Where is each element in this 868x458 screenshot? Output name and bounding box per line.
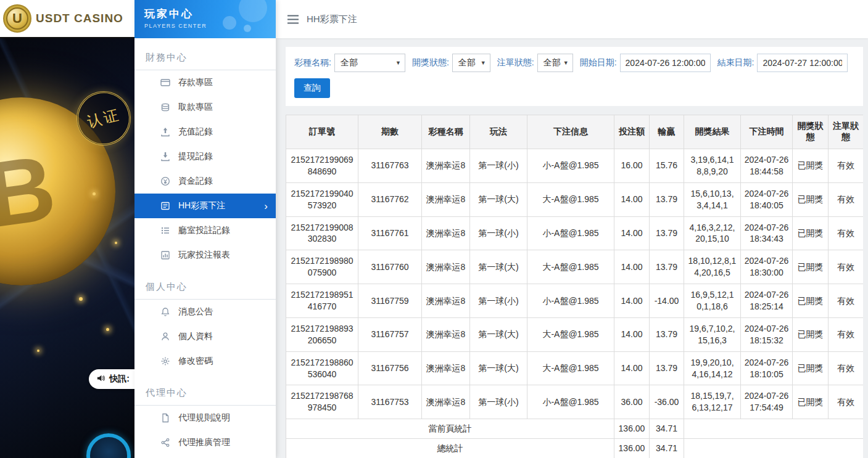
sidebar-item[interactable]: 個人資料 xyxy=(134,324,276,349)
summary-empty xyxy=(684,419,864,439)
chevron-down-icon: ▼ xyxy=(395,60,401,66)
sidebar-item[interactable]: 提現記錄 xyxy=(134,144,276,169)
end-date-label: 結束日期: xyxy=(717,57,754,68)
sidebar-item[interactable]: HH彩票下注› xyxy=(134,194,276,218)
sidebar-item[interactable]: 修改密碼 xyxy=(134,349,276,374)
page-title: HH彩票下注 xyxy=(307,14,357,25)
summary-bet-total: 136.00 xyxy=(614,439,650,458)
cell-order-no: 2152172198980075900 xyxy=(286,250,358,284)
cell-order-no: 2152172198860536040 xyxy=(286,351,358,385)
cell-win-loss: 13.79 xyxy=(650,182,684,216)
report-chart-icon xyxy=(160,250,170,260)
lottery-type-value: 全部 xyxy=(341,57,358,68)
start-date-label: 開始日期: xyxy=(580,57,617,68)
sidebar-item-label: 充值記錄 xyxy=(178,126,213,137)
table-row: 215217219889320665031167757澳洲幸运8第一球(大)大-… xyxy=(286,317,864,351)
cell-draw-result: 4,16,3,2,12,20,15,10 xyxy=(684,216,741,250)
sidebar-item-label: 代理規則說明 xyxy=(178,412,230,423)
lottery-type-select[interactable]: 全部 ▼ xyxy=(334,54,405,72)
sidebar: 玩家中心 PLAYERS CENTER 財務中心存款專區取款專區充值記錄提現記錄… xyxy=(134,0,276,458)
sidebar-item-label: 修改密碼 xyxy=(178,356,213,367)
end-date-input[interactable] xyxy=(757,54,848,72)
sidebar-item[interactable]: 消息公告 xyxy=(134,300,276,324)
sidebar-item[interactable]: 代理推廣管理 xyxy=(134,430,276,455)
summary-label: 總統計 xyxy=(286,439,614,458)
ticker-label: 快訊: xyxy=(109,374,130,385)
cell-play-type: 第一球(大) xyxy=(470,351,527,385)
sidebar-item-label: 個人資料 xyxy=(178,331,213,342)
cell-win-loss: 13.79 xyxy=(650,317,684,351)
brand-logo: U USDT CASINO xyxy=(0,0,134,38)
funds-record-icon xyxy=(160,176,170,186)
summary-row: 當前頁統計136.0034.71 xyxy=(286,419,864,439)
table-header-row: 訂單號期數彩種名稱玩法下注信息投注額輸贏開獎結果下注時間開獎狀態注單狀態 xyxy=(286,115,864,149)
cell-win-loss: 15.76 xyxy=(650,149,684,183)
sidebar-item-label: 取款專區 xyxy=(178,102,213,113)
col-lottery-name: 彩種名稱 xyxy=(422,115,470,149)
cell-play-type: 第一球(小) xyxy=(470,149,527,183)
cell-period: 31167753 xyxy=(358,385,422,419)
sidebar-item[interactable]: 取款專區 xyxy=(134,95,276,120)
sidebar-item[interactable]: 資金記錄 xyxy=(134,169,276,194)
table-row: 215217219906984869031167763澳洲幸运8第一球(小)小-… xyxy=(286,149,864,183)
deposit-card-icon xyxy=(160,78,170,88)
cell-lottery-name: 澳洲幸运8 xyxy=(422,351,470,385)
lottery-bet-icon xyxy=(160,201,170,211)
cell-bet-time: 2024-07-26 18:34:43 xyxy=(741,216,793,250)
cell-draw-status: 已開獎 xyxy=(793,182,829,216)
sidebar-item[interactable]: 廳室投註記錄 xyxy=(134,218,276,243)
cell-period: 31167759 xyxy=(358,284,422,318)
start-date-input[interactable] xyxy=(620,54,711,72)
col-bet-time: 下注時間 xyxy=(741,115,793,149)
sidebar-item[interactable]: 代理規則說明 xyxy=(134,406,276,430)
table-row: 215217219895141677031167759澳洲幸运8第一球(小)小-… xyxy=(286,284,864,318)
draw-status-select[interactable]: 全部 ▼ xyxy=(452,54,490,72)
cell-bet-amount: 14.00 xyxy=(614,284,650,318)
order-status-select[interactable]: 全部 ▼ xyxy=(537,54,573,72)
sidebar-item[interactable]: 存款專區 xyxy=(134,70,276,95)
cell-draw-result: 3,19,6,14,18,8,9,20 xyxy=(684,149,741,183)
cell-lottery-name: 澳洲幸运8 xyxy=(422,284,470,318)
cell-order-status: 有效 xyxy=(829,284,864,318)
cell-play-type: 第一球(小) xyxy=(470,385,527,419)
table-row: 215217219898007590031167760澳洲幸运8第一球(大)大-… xyxy=(286,250,864,284)
lottery-type-label: 彩種名稱: xyxy=(294,57,331,68)
cell-lottery-name: 澳洲幸运8 xyxy=(422,149,470,183)
sidebar-item-label: 資金記錄 xyxy=(178,176,213,187)
cell-bet-info: 小-A盤@1.985 xyxy=(527,149,614,183)
col-draw-result: 開獎結果 xyxy=(684,115,741,149)
sidebar-item-label: HH彩票下注 xyxy=(178,200,225,211)
cell-draw-result: 18,10,12,8,14,20,16,5 xyxy=(684,250,741,284)
menu-toggle-icon[interactable] xyxy=(287,15,299,24)
sidebar-item-label: 消息公告 xyxy=(178,306,213,317)
cell-bet-time: 2024-07-26 18:25:14 xyxy=(741,284,793,318)
cell-period: 31167760 xyxy=(358,250,422,284)
speaker-icon xyxy=(96,374,105,385)
cell-draw-result: 19,9,20,10,4,16,14,12 xyxy=(684,351,741,385)
cell-win-loss: 13.79 xyxy=(650,250,684,284)
sidebar-item[interactable]: 玩家投注報表 xyxy=(134,243,276,268)
sparkle-dot xyxy=(115,242,117,244)
cell-order-no: 2152172198768978450 xyxy=(286,385,358,419)
table-row: 215217219904057392031167762澳洲幸运8第一球(大)大-… xyxy=(286,182,864,216)
sparkle-dot xyxy=(79,297,83,301)
summary-empty xyxy=(684,439,864,458)
sparkle-dot xyxy=(37,350,39,352)
search-button[interactable]: 查詢 xyxy=(294,78,330,98)
cell-lottery-name: 澳洲幸运8 xyxy=(422,250,470,284)
cell-period: 31167761 xyxy=(358,216,422,250)
cell-draw-result: 16,9,5,12,10,1,18,6 xyxy=(684,284,741,318)
cashout-record-icon xyxy=(160,152,170,162)
cell-win-loss: 13.79 xyxy=(650,216,684,250)
order-status-value: 全部 xyxy=(544,57,561,68)
cell-draw-status: 已開獎 xyxy=(793,149,829,183)
cell-bet-info: 大-A盤@1.985 xyxy=(527,182,614,216)
cell-win-loss: 13.79 xyxy=(650,351,684,385)
sidebar-item[interactable]: 充值記錄 xyxy=(134,120,276,144)
promo-panel: U USDT CASINO B 认证 快訊: xyxy=(0,0,134,458)
withdraw-coins-icon xyxy=(160,102,170,112)
cell-lottery-name: 澳洲幸运8 xyxy=(422,182,470,216)
cell-draw-status: 已開獎 xyxy=(793,351,829,385)
bets-table: 訂單號期數彩種名稱玩法下注信息投注額輸贏開獎結果下注時間開獎狀態注單狀態2152… xyxy=(286,115,863,458)
summary-label: 當前頁統計 xyxy=(286,419,614,439)
